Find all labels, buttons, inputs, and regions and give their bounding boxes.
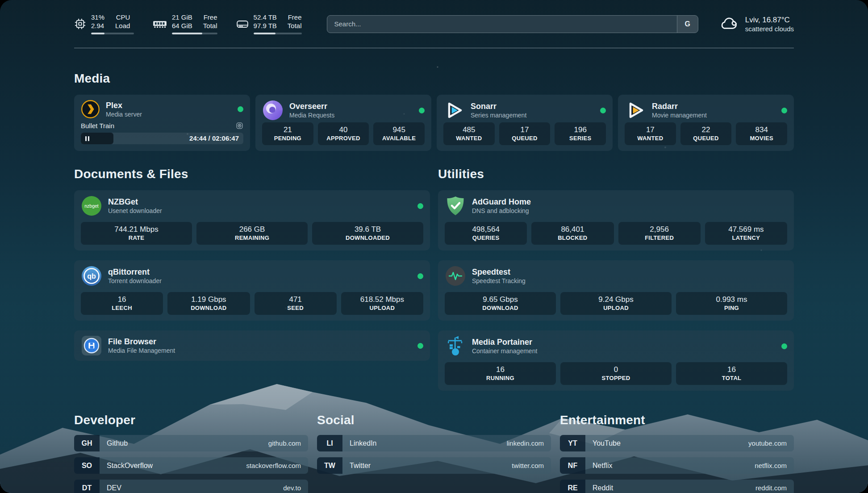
search-bar: G: [327, 15, 698, 33]
disk-icon: [236, 19, 249, 29]
overseerr-card[interactable]: Overseerr Media Requests 21PENDING 40APP…: [255, 95, 431, 151]
documents-column: Documents & Files nzbget: [74, 167, 430, 391]
weather-location-temp: Lviv, 16.87°C: [745, 15, 794, 25]
nzbget-icon: nzbget: [81, 195, 102, 217]
sonarr-icon: [443, 100, 465, 121]
memory-progress-bar: [172, 33, 217, 34]
adguard-stat-blocked: 86,401BLOCKED: [531, 222, 613, 245]
overseerr-stat-approved: 40APPROVED: [318, 122, 369, 145]
qbittorrent-stat-leech: 16LEECH: [81, 292, 163, 315]
bookmark-dev[interactable]: DT DEV dev.to: [74, 480, 308, 493]
bookmark-youtube[interactable]: YT YouTube youtube.com: [560, 435, 794, 451]
qbittorrent-description: Torrent downloader: [108, 277, 162, 285]
speedtest-card[interactable]: Speedtest Speedtest Tracking 9.65 GbpsDO…: [438, 260, 794, 321]
overseerr-stat-pending: 21PENDING: [262, 122, 313, 145]
weather-widget: Lviv, 16.87°C scattered clouds: [719, 15, 794, 33]
nzbget-stat-rate: 744.21 MbpsRATE: [81, 222, 192, 245]
bookmark-reddit[interactable]: RE Reddit reddit.com: [560, 480, 794, 493]
bookmark-netflix[interactable]: NF Netflix netflix.com: [560, 457, 794, 474]
dashboard-screen: 31% CPU 2.94 Load: [0, 0, 868, 493]
nzbget-name: NZBGet: [108, 197, 162, 207]
section-title-developer: Developer: [74, 413, 308, 427]
overseerr-icon: [262, 100, 284, 121]
filebrowser-card[interactable]: File Browser Media File Management: [74, 330, 430, 361]
radarr-stat-queued: 22QUEUED: [680, 122, 732, 145]
portainer-stat-running: 16RUNNING: [445, 362, 556, 385]
disk-monitor: 52.4 TB Free 97.9 TB Total: [236, 13, 302, 34]
radarr-name: Radarr: [652, 101, 707, 111]
qbittorrent-icon: qb: [81, 265, 102, 287]
portainer-description: Container management: [472, 347, 537, 355]
cloud-icon: [719, 16, 739, 33]
sonarr-description: Series management: [471, 111, 526, 119]
memory-total-value: 64 GiB: [172, 22, 192, 30]
sonarr-stat-queued: 17QUEUED: [499, 122, 551, 145]
search-provider-button[interactable]: G: [677, 16, 698, 33]
plex-status-dot: [238, 106, 243, 112]
bookmark-twitter[interactable]: TW Twitter twitter.com: [317, 457, 551, 474]
cpu-monitor: 31% CPU 2.94 Load: [74, 13, 134, 34]
speedtest-stat-upload: 9.24 GbpsUPLOAD: [560, 292, 672, 315]
disk-total-value: 97.9 TB: [254, 22, 277, 30]
speedtest-name: Speedtest: [472, 267, 526, 277]
cpu-load-value: 2.94: [91, 22, 104, 30]
sonarr-stat-series: 196SERIES: [555, 122, 606, 145]
qbittorrent-stat-download: 1.19 GbpsDOWNLOAD: [167, 292, 250, 315]
bookmark-linkedin[interactable]: LI LinkedIn linkedin.com: [317, 435, 551, 451]
header-divider: [74, 48, 794, 48]
weather-condition: scattered clouds: [745, 25, 794, 33]
plex-now-playing-title: Bullet Train: [81, 122, 114, 130]
speedtest-stat-download: 9.65 GbpsDOWNLOAD: [445, 292, 556, 315]
speedtest-description: Speedtest Tracking: [472, 277, 526, 285]
filebrowser-icon: [81, 335, 102, 356]
sonarr-name: Sonarr: [471, 101, 526, 111]
developer-group: Developer GH Github github.com SO StackO…: [74, 413, 308, 493]
adguard-stat-queries: 498,564QUERIES: [445, 222, 527, 245]
speedtest-stat-ping: 0.993 msPING: [676, 292, 787, 315]
radarr-description: Movie management: [652, 111, 707, 119]
bookmark-stackoverflow[interactable]: SO StackOverflow stackoverflow.com: [74, 457, 308, 474]
nzbget-status-dot: [417, 203, 423, 209]
entertainment-group: Entertainment YT YouTube youtube.com NF …: [560, 413, 794, 493]
adguard-name: AdGuard Home: [472, 197, 531, 207]
sonarr-card[interactable]: Sonarr Series management 485WANTED 17QUE…: [437, 95, 613, 151]
adguard-icon: [445, 195, 466, 217]
adguard-stat-latency: 47.569 msLATENCY: [705, 222, 787, 245]
adguard-card[interactable]: AdGuard Home DNS and adblocking 498,564Q…: [438, 190, 794, 251]
session-icon[interactable]: [236, 122, 243, 130]
overseerr-status-dot: [419, 108, 425, 113]
adguard-stat-filtered: 2,956FILTERED: [618, 222, 701, 245]
bookmark-github[interactable]: GH Github github.com: [74, 435, 308, 451]
svg-text:qb: qb: [87, 272, 96, 280]
filebrowser-name: File Browser: [108, 337, 175, 347]
memory-monitor: 21 GiB Free 64 GiB Total: [153, 13, 217, 34]
disk-total-label: Total: [288, 22, 302, 30]
memory-free-label: Free: [204, 13, 217, 21]
adguard-description: DNS and adblocking: [472, 207, 531, 215]
qbittorrent-status-dot: [417, 273, 423, 279]
filebrowser-description: Media File Management: [108, 347, 175, 355]
portainer-icon: [445, 335, 466, 357]
radarr-stat-movies: 834MOVIES: [736, 122, 787, 145]
cpu-load-label: Load: [115, 22, 130, 30]
plex-playback-time: 24:44 / 02:06:47: [189, 133, 239, 144]
section-title-utilities: Utilities: [438, 167, 794, 181]
top-bar: 31% CPU 2.94 Load: [74, 13, 794, 34]
media-cards-row: Plex Media server Bullet Train: [74, 95, 794, 151]
portainer-card[interactable]: Media Portainer Container management 16R…: [438, 330, 794, 391]
qbittorrent-card[interactable]: qb qBittorrent Torrent downloader: [74, 260, 430, 321]
portainer-status-dot: [781, 343, 787, 349]
overseerr-name: Overseerr: [289, 101, 334, 111]
plex-card[interactable]: Plex Media server Bullet Train: [74, 95, 250, 151]
radarr-status-dot: [781, 108, 787, 113]
radarr-card[interactable]: Radarr Movie management 17WANTED 22QUEUE…: [618, 95, 794, 151]
search-input[interactable]: [327, 16, 677, 33]
plex-name: Plex: [106, 100, 142, 110]
section-title-documents: Documents & Files: [74, 167, 430, 181]
radarr-stat-wanted: 17WANTED: [625, 122, 676, 145]
qbittorrent-stat-seed: 471SEED: [255, 292, 337, 315]
social-group: Social LI LinkedIn linkedin.com TW Twitt…: [317, 413, 551, 493]
nzbget-card[interactable]: nzbget NZBGet Usenet downloader 74: [74, 190, 430, 251]
plex-icon: [81, 100, 100, 119]
pause-icon: [85, 136, 89, 141]
